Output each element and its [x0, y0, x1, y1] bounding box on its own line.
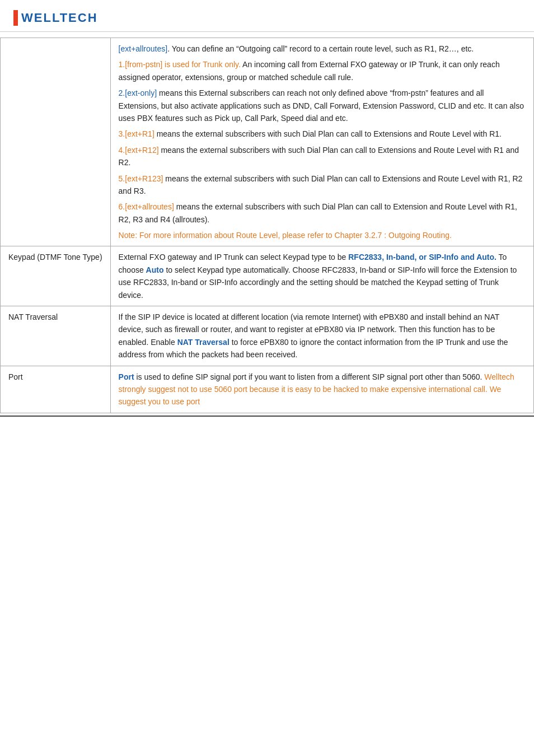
row-content-0: [ext+allroutes]. You can define an “Outg…	[110, 38, 533, 246]
table-row: [ext+allroutes]. You can define an “Outg…	[1, 38, 534, 246]
text-span: means the external subscribers with such…	[119, 174, 523, 195]
text-span: NAT Traversal	[177, 338, 229, 347]
row-label-3: Port	[1, 366, 111, 413]
text-span: 1.[from-pstn] is used for Trunk only.	[119, 60, 241, 69]
text-span: RFC2833, In-band, or SIP-Info and Auto.	[348, 253, 496, 262]
table-row: PortPort is used to define SIP signal po…	[1, 366, 534, 413]
text-span: Port	[119, 372, 134, 381]
paragraph: External FXO gateway and IP Trunk can se…	[119, 251, 526, 301]
text-span: External FXO gateway and IP Trunk can se…	[119, 253, 349, 262]
main-table: [ext+allroutes]. You can define an “Outg…	[0, 38, 534, 413]
paragraph: [ext+allroutes]. You can define an “Outg…	[119, 43, 526, 55]
row-content-1: External FXO gateway and IP Trunk can se…	[110, 246, 533, 306]
text-span: 2.[ext-only]	[119, 88, 157, 97]
paragraph: 3.[ext+R1] means the external subscriber…	[119, 128, 526, 140]
text-span: means the external subscribers with such…	[119, 146, 519, 167]
text-span: . You can define an “Outgoing call” reco…	[167, 44, 474, 53]
text-span: Note: For more information about Route L…	[119, 231, 452, 240]
text-span: 4.[ext+R12]	[119, 146, 159, 155]
text-span: 3.[ext+R1]	[119, 129, 154, 138]
row-content-3: Port is used to define SIP signal port i…	[110, 366, 533, 413]
text-span: means the external subscribers with such…	[119, 202, 517, 223]
paragraph: 4.[ext+R12] means the external subscribe…	[119, 144, 526, 169]
text-span: 5.[ext+R123]	[119, 174, 163, 183]
text-span: is used to define SIP signal port if you…	[134, 372, 485, 381]
table-row: NAT TraversalIf the SIP IP device is loc…	[1, 306, 534, 366]
row-label-1: Keypad (DTMF Tone Type)	[1, 246, 111, 306]
text-span: means the external subscribers with such…	[154, 129, 502, 138]
row-label-0	[1, 38, 111, 246]
row-label-2: NAT Traversal	[1, 306, 111, 366]
paragraph: 1.[from-pstn] is used for Trunk only. An…	[119, 58, 526, 83]
paragraph: 6.[ext+allroutes] means the external sub…	[119, 200, 526, 226]
logo: WELLTECH	[13, 10, 521, 26]
text-span: Auto	[146, 265, 164, 274]
paragraph: 2.[ext-only] means this External subscri…	[119, 87, 526, 124]
logo-text: WELLTECH	[21, 11, 98, 25]
paragraph: 5.[ext+R123] means the external subscrib…	[119, 172, 526, 198]
text-span: [ext+allroutes]	[119, 44, 168, 53]
logo-bar-icon	[13, 10, 18, 26]
row-content-2: If the SIP IP device is located at diffe…	[110, 306, 533, 366]
bottom-divider	[0, 416, 534, 417]
paragraph: Note: For more information about Route L…	[119, 229, 526, 241]
text-span: to select Keypad type automatically. Cho…	[119, 265, 517, 300]
text-span: 6.[ext+allroutes]	[119, 202, 174, 211]
content-area: [ext+allroutes]. You can define an “Outg…	[0, 32, 534, 417]
header: WELLTECH	[0, 0, 534, 32]
text-span: means this External subscribers can reac…	[119, 88, 524, 123]
table-row: Keypad (DTMF Tone Type)External FXO gate…	[1, 246, 534, 306]
paragraph: Port is used to define SIP signal port i…	[119, 371, 526, 408]
paragraph: If the SIP IP device is located at diffe…	[119, 311, 526, 361]
